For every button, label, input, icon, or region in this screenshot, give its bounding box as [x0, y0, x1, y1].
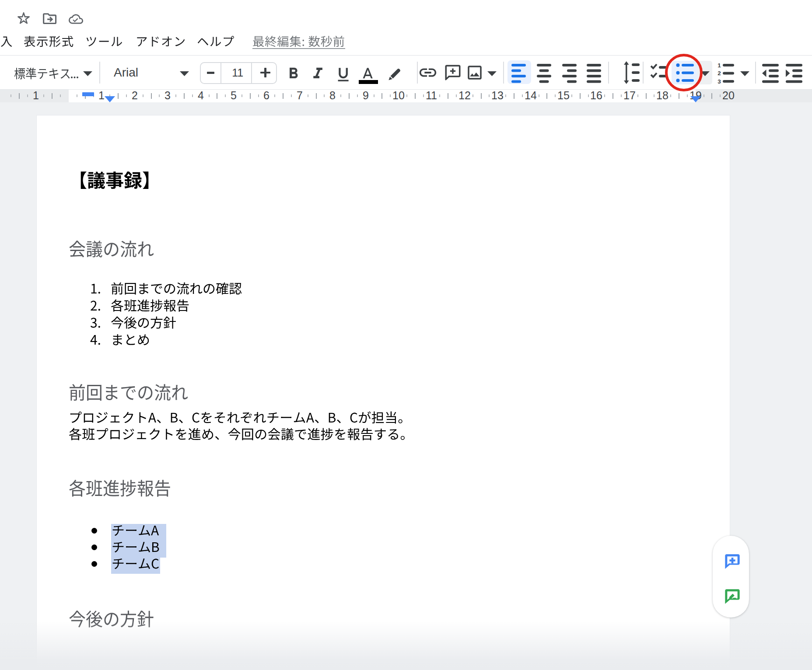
- svg-text:1: 1: [718, 62, 721, 69]
- svg-text:11: 11: [232, 66, 243, 79]
- svg-text:Arial: Arial: [114, 66, 138, 79]
- svg-text:9: 9: [363, 89, 369, 101]
- svg-text:1: 1: [98, 89, 105, 101]
- svg-text:16: 16: [590, 89, 602, 101]
- svg-text:4: 4: [198, 89, 204, 101]
- svg-text:12: 12: [458, 89, 471, 101]
- svg-text:20: 20: [722, 89, 735, 101]
- svg-text:13: 13: [491, 89, 504, 101]
- svg-text:5: 5: [231, 89, 237, 101]
- svg-text:2: 2: [132, 89, 138, 101]
- svg-text:7: 7: [297, 89, 303, 101]
- svg-text:6: 6: [263, 89, 270, 101]
- svg-text:14: 14: [525, 89, 537, 101]
- svg-text:2: 2: [718, 70, 721, 77]
- svg-text:1: 1: [33, 89, 39, 101]
- svg-text:3: 3: [164, 89, 171, 101]
- svg-text:17: 17: [623, 89, 636, 101]
- svg-text:11: 11: [426, 89, 437, 101]
- svg-text:10: 10: [392, 89, 405, 101]
- svg-text:15: 15: [557, 89, 570, 101]
- svg-text:3: 3: [718, 78, 721, 85]
- svg-text:8: 8: [329, 89, 336, 101]
